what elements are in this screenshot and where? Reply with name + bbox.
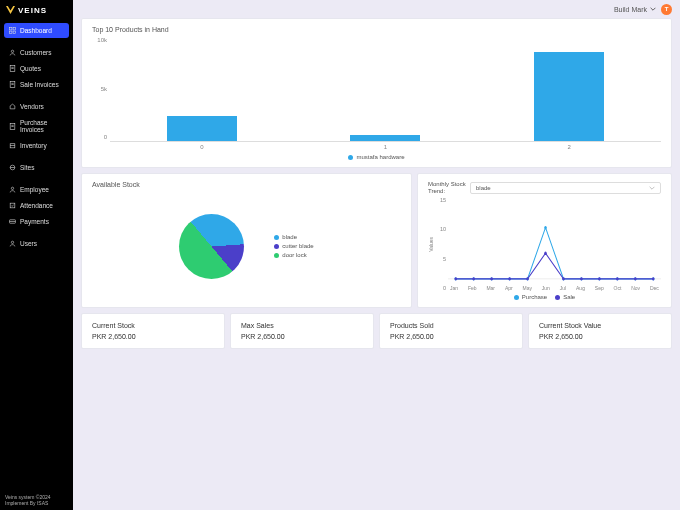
xtick: Jul bbox=[560, 285, 566, 291]
ytick: 15 bbox=[440, 197, 446, 203]
sidebar-item-dashboard[interactable]: Dashboard bbox=[4, 23, 69, 38]
app-root: VEINS DashboardCustomersQuotesSale Invoi… bbox=[0, 0, 680, 510]
users-icon bbox=[9, 240, 16, 247]
line-head: Monthly Stock Trend: blade bbox=[428, 181, 661, 194]
main-area: Build Mark T Top 10 Products in Hand 10k… bbox=[73, 0, 680, 510]
stat-title: Current Stock bbox=[92, 322, 214, 329]
legend-dot bbox=[274, 244, 279, 249]
svg-rect-2 bbox=[10, 31, 12, 33]
sidebar-item-label: Employee bbox=[20, 186, 49, 193]
available-stock-card: Available Stock bladecutter bladedoor lo… bbox=[81, 173, 412, 308]
legend-row: blade bbox=[274, 234, 313, 240]
user-menu[interactable]: Build Mark bbox=[614, 6, 656, 13]
trend-select[interactable]: blade bbox=[470, 182, 661, 194]
xtick: 1 bbox=[325, 144, 446, 150]
stat-card: Current StockPKR 2,650.00 bbox=[81, 313, 225, 349]
sidebar-item-purchase-invoices[interactable]: Purchase Invoices bbox=[4, 115, 69, 137]
ytick: 10k bbox=[97, 37, 107, 43]
box-icon bbox=[9, 142, 16, 149]
svg-rect-3 bbox=[13, 31, 15, 33]
xtick: Apr bbox=[505, 285, 513, 291]
xtick: Dec bbox=[650, 285, 659, 291]
legend-dot bbox=[348, 155, 353, 160]
ytick: 0 bbox=[443, 285, 446, 291]
xtick: Jan bbox=[450, 285, 458, 291]
sidebar: VEINS DashboardCustomersQuotesSale Invoi… bbox=[0, 0, 73, 510]
brand-text: VEINS bbox=[18, 6, 47, 15]
stat-card: Max SalesPKR 2,650.00 bbox=[230, 313, 374, 349]
avatar[interactable]: T bbox=[661, 4, 672, 15]
svg-point-42 bbox=[562, 277, 565, 280]
sidebar-item-attendance[interactable]: Attendance bbox=[4, 198, 69, 213]
pie-body: bladecutter bladedoor lock bbox=[92, 192, 401, 300]
bar-chart-area: 10k5k0 012 bbox=[92, 37, 661, 150]
line-xaxis: JanFebMarAprMayJunJulAugSepOctNovDec bbox=[448, 285, 661, 291]
ytick: 0 bbox=[104, 134, 107, 140]
sidebar-item-payments[interactable]: Payments bbox=[4, 214, 69, 229]
bar-col bbox=[509, 52, 630, 141]
svg-point-40 bbox=[526, 277, 529, 280]
top-products-card: Top 10 Products in Hand 10k5k0 012 musta… bbox=[81, 18, 672, 168]
document-icon bbox=[9, 65, 16, 72]
xtick: Jun bbox=[542, 285, 550, 291]
sidebar-item-inventory[interactable]: Inventory bbox=[4, 138, 69, 153]
bar bbox=[167, 116, 237, 141]
svg-point-44 bbox=[598, 277, 601, 280]
ytick: 5 bbox=[443, 256, 446, 262]
employee-icon bbox=[9, 186, 16, 193]
pie-legend: bladecutter bladedoor lock bbox=[274, 234, 313, 258]
svg-point-22 bbox=[11, 241, 13, 243]
stat-title: Current Stock Value bbox=[539, 322, 661, 329]
svg-point-46 bbox=[634, 277, 637, 280]
svg-rect-0 bbox=[10, 28, 12, 30]
svg-point-38 bbox=[490, 277, 493, 280]
line-ylabel: Values bbox=[428, 197, 436, 291]
legend-row: Purchase bbox=[514, 294, 547, 300]
sidebar-item-vendors[interactable]: Vendors bbox=[4, 99, 69, 114]
xtick: 2 bbox=[509, 144, 630, 150]
xtick: Oct bbox=[614, 285, 622, 291]
bar-plot bbox=[110, 37, 661, 142]
stats-row: Current StockPKR 2,650.00Max SalesPKR 2,… bbox=[81, 313, 672, 349]
bar bbox=[534, 52, 604, 141]
site-icon bbox=[9, 164, 16, 171]
svg-point-18 bbox=[11, 187, 13, 189]
bar-xaxis: 012 bbox=[110, 144, 661, 150]
svg-rect-19 bbox=[10, 203, 15, 208]
payment-icon bbox=[9, 218, 16, 225]
xtick: Feb bbox=[468, 285, 477, 291]
legend-row: cutter blade bbox=[274, 243, 313, 249]
topbar: Build Mark T bbox=[73, 0, 680, 18]
sidebar-item-employee[interactable]: Employee bbox=[4, 182, 69, 197]
legend-label: cutter blade bbox=[282, 243, 313, 249]
bar-legend: mustafa hardware bbox=[92, 154, 661, 160]
trend-select-value: blade bbox=[476, 185, 491, 191]
sidebar-item-label: Sale Invoices bbox=[20, 81, 59, 88]
sidebar-item-label: Inventory bbox=[20, 142, 47, 149]
stat-card: Current Stock ValuePKR 2,650.00 bbox=[528, 313, 672, 349]
line-plot bbox=[448, 197, 661, 284]
attendance-icon bbox=[9, 202, 16, 209]
xtick: 0 bbox=[141, 144, 262, 150]
legend-row: Sale bbox=[555, 294, 575, 300]
brand-logo[interactable]: VEINS bbox=[0, 0, 73, 21]
sidebar-item-customers[interactable]: Customers bbox=[4, 45, 69, 60]
ytick: 5k bbox=[101, 86, 107, 92]
svg-point-47 bbox=[652, 277, 655, 280]
bar-col bbox=[141, 116, 262, 141]
sidebar-item-label: Quotes bbox=[20, 65, 41, 72]
stat-title: Products Sold bbox=[390, 322, 512, 329]
sidebar-item-sites[interactable]: Sites bbox=[4, 160, 69, 175]
user-name: Build Mark bbox=[614, 6, 647, 13]
pie-chart bbox=[179, 214, 244, 279]
monthly-trend-card: Monthly Stock Trend: blade Values 151050… bbox=[417, 173, 672, 308]
sidebar-item-sale-invoices[interactable]: Sale Invoices bbox=[4, 77, 69, 92]
svg-point-4 bbox=[11, 50, 13, 52]
stat-title: Max Sales bbox=[241, 322, 363, 329]
svg-point-45 bbox=[616, 277, 619, 280]
sidebar-item-label: Dashboard bbox=[20, 27, 52, 34]
svg-point-41 bbox=[544, 252, 547, 255]
sidebar-item-quotes[interactable]: Quotes bbox=[4, 61, 69, 76]
sidebar-item-users[interactable]: Users bbox=[4, 236, 69, 251]
svg-point-29 bbox=[544, 226, 547, 229]
